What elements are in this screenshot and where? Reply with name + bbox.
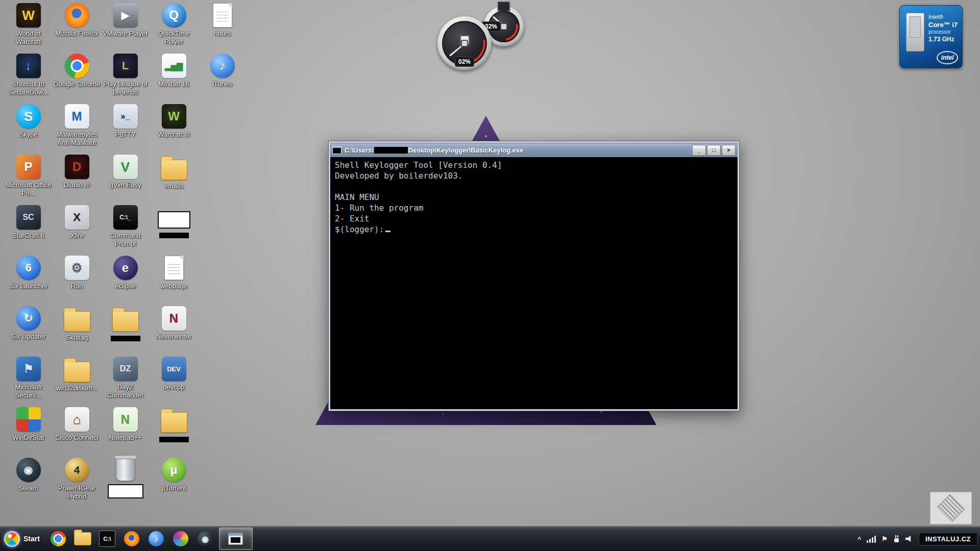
diablo-iii-icon: D: [65, 155, 89, 179]
desktop-icon-win32diskim[interactable]: win32diskim...: [53, 357, 101, 392]
power4gear-hybrid-icon: 4: [65, 458, 89, 482]
desktop-icon-malwarebytes[interactable]: MMalwarebytes Anti-Malware: [53, 104, 101, 146]
console-output[interactable]: Shell Keylogger Tool [Version 0.4]Develo…: [330, 157, 738, 409]
intel-processor-gadget[interactable]: Intel® Core™ i7 processor 1.73 GHz intel: [899, 5, 963, 68]
desktop-icon-redacted-folder-2[interactable]: [150, 407, 198, 442]
desktop-icon-notepad-plus-plus[interactable]: NNotepad++: [101, 407, 150, 442]
icon-label: Microsoft Securit...: [4, 383, 53, 399]
taskbar: Start C:\♪◉ ^ ⚑ INSTALUJ.CZ: [0, 526, 980, 551]
close-button[interactable]: ×: [722, 145, 736, 156]
maximize-button[interactable]: □: [707, 145, 721, 156]
icon-label: World of Warcraft: [4, 30, 53, 45]
intel-kind: processor: [928, 29, 958, 36]
instaluj-watermark-text: INSTALUJ.CZ: [919, 533, 977, 545]
desktop-icon-eclipse[interactable]: eeclipse: [101, 256, 150, 290]
desktop-icon-quicktime-player[interactable]: QQuickTime Player: [150, 3, 198, 45]
desktop-icon-gvim-easy[interactable]: VgVim Easy: [101, 155, 150, 189]
minimize-button[interactable]: _: [692, 145, 706, 156]
window-title: C:\Users\ Desktop\Keylogger\BasicKeylog.…: [345, 146, 691, 154]
icon-label: Skultag: [53, 334, 101, 342]
desktop-icon-command-prompt[interactable]: C:\_Command Prompt: [101, 205, 150, 247]
icon-label: QuickTime Player: [150, 30, 198, 45]
console-window: C:\Users\ Desktop\Keylogger\BasicKeylog.…: [328, 141, 740, 411]
world-of-warcraft-icon: W: [16, 3, 41, 28]
console-line: $(logger):: [335, 224, 733, 235]
desktop-icon-six-updater[interactable]: ↻Six Updater: [4, 306, 53, 341]
desktop-icon-xfire[interactable]: XXfire: [53, 205, 101, 240]
steam-icon: ◉: [198, 531, 213, 546]
desktop-icon-redacted-item-1[interactable]: [150, 205, 198, 238]
desktop-icon-emails[interactable]: emails: [150, 155, 198, 190]
desktop-icon-windirstat[interactable]: WinDirStat: [4, 407, 53, 442]
desktop-icon-diablo-iii[interactable]: DDiablo III: [53, 155, 101, 189]
desktop-icon-six-launcher[interactable]: 6Six Launcher: [4, 256, 53, 290]
command-prompt-icon: C:\_: [113, 205, 138, 230]
desktop-icon-vmware-player[interactable]: ▶VMware Player: [101, 3, 150, 38]
taskbar-explorer-button[interactable]: [70, 528, 95, 549]
desktop-icon-neverwinter[interactable]: NNeverwinter: [150, 306, 198, 341]
desktop-icon-putty[interactable]: »_PuTTY: [101, 104, 150, 139]
itunes-icon: ♪: [210, 54, 235, 78]
taskbar-steam-button[interactable]: ◉: [193, 528, 217, 549]
desktop-icon-steam[interactable]: ◉Steam: [4, 458, 53, 492]
six-launcher-icon: 6: [16, 256, 41, 280]
vmware-player-icon: ▶: [113, 3, 138, 28]
power-plug-icon[interactable]: [893, 535, 900, 543]
desktop-icon-mozilla-firefox[interactable]: Mozilla Firefox: [53, 3, 101, 38]
redacted-folder-1-icon: [112, 311, 139, 332]
desktop-icon-microsoft-securit[interactable]: ⚑Microsoft Securit...: [4, 357, 53, 399]
minitab-16-icon: ▂▅▇: [162, 54, 186, 78]
icon-label: Diablo III: [53, 181, 101, 189]
taskbar-itunes-button[interactable]: ♪: [144, 528, 168, 549]
desktop-icon-dayz-commander[interactable]: DZDayZ Commander: [101, 357, 150, 399]
recycle-bin-icon: [116, 458, 135, 481]
action-center-flag-icon[interactable]: ⚑: [881, 535, 888, 543]
desktop-icon-power4gear-hybrid[interactable]: 4Power4Gear Hybrid: [53, 458, 101, 500]
redacted-label: [111, 336, 140, 341]
icon-label: Malwarebytes Anti-Malware: [53, 131, 101, 146]
volume-icon[interactable]: [905, 535, 913, 543]
taskbar-chrome-button[interactable]: [46, 528, 70, 549]
desktop-icon-play-league-of-legends[interactable]: LPlay League of Legends: [101, 54, 150, 96]
desktop-icon-itunes[interactable]: ♪iTunes: [198, 54, 247, 88]
icon-label: Command Prompt: [101, 232, 150, 247]
taskbar-firefox-button[interactable]: [119, 528, 144, 549]
taskbar-cmd-button[interactable]: C:\: [95, 528, 119, 549]
taskbar-active-basickeylog[interactable]: [219, 528, 253, 550]
title-path-prefix: C:\Users\: [345, 146, 374, 154]
icon-label: Six Launcher: [4, 282, 53, 290]
desktop-icon-utorrent[interactable]: µµTorrent: [150, 458, 198, 492]
desktop-icon-shortcut-securedow[interactable]: ↓Shortcut to SecureDow...: [4, 54, 53, 96]
desktop-icon-redacted-folder-1[interactable]: [101, 306, 150, 341]
desktop-icon-microsoft-office-po[interactable]: PMicrosoft Office Po...: [4, 155, 53, 197]
desktop-icon-google-chrome[interactable]: Google Chrome: [53, 54, 101, 88]
desktop-icon-recycle-bin[interactable]: [101, 458, 150, 498]
media-app-icon: [173, 531, 188, 546]
microsoft-office-po-icon: P: [16, 155, 41, 179]
desktop-icon-run[interactable]: ⚙Run: [53, 256, 101, 290]
desktop-icon-minitab-16[interactable]: ▂▅▇Minitab 16: [150, 54, 198, 88]
desktop-icon-webpage[interactable]: webpage: [150, 256, 198, 290]
desktop-icon-warcraft-iii[interactable]: WWarcraft III: [150, 104, 198, 139]
network-icon[interactable]: [867, 535, 876, 543]
intel-model: Core™ i7: [928, 21, 958, 29]
title-path-suffix: Desktop\Keylogger\BasicKeylog.exe: [408, 146, 523, 154]
cpu-meter-gadget[interactable]: 32% 02%: [437, 5, 545, 72]
shortcut-securedow-icon: ↓: [16, 54, 41, 78]
start-button[interactable]: Start: [0, 527, 46, 551]
processor-chip-graphic: [906, 13, 924, 52]
show-hidden-icons-button[interactable]: ^: [857, 535, 862, 543]
desktop-icon-skultag[interactable]: Skultag: [53, 306, 101, 342]
desktop-icon-devcpp[interactable]: DEVdevcpp: [150, 357, 198, 391]
desktop-icon-skype[interactable]: SSkype: [4, 104, 53, 139]
desktop-icon-world-of-warcraft[interactable]: WWorld of Warcraft: [4, 3, 53, 45]
taskbar-media-app-button[interactable]: [168, 528, 193, 549]
desktop-icon-hours[interactable]: hours: [198, 3, 247, 38]
title-redacted-username: [374, 147, 408, 154]
window-titlebar[interactable]: C:\Users\ Desktop\Keylogger\BasicKeylog.…: [330, 143, 738, 157]
cisco-connect-icon: ⌂: [65, 407, 89, 432]
desktop-icon-starcraft-ii[interactable]: SCStarCraft II: [4, 205, 53, 240]
icon-label: Power4Gear Hybrid: [53, 484, 101, 500]
desktop-icon-cisco-connect[interactable]: ⌂Cisco Connect: [53, 407, 101, 442]
win32diskim-icon: [64, 362, 90, 382]
